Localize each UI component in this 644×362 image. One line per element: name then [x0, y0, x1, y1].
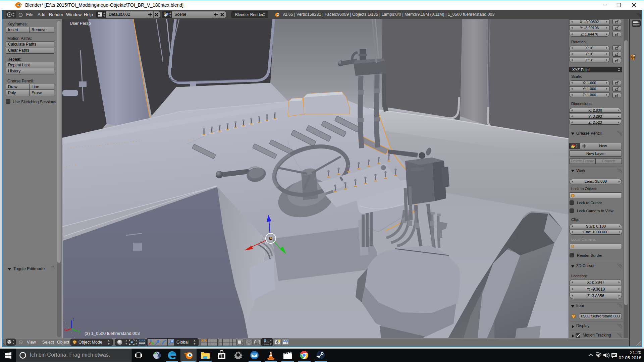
- svg-text:z: z: [72, 317, 74, 321]
- svg-text:(3) 1_0500 fuehrerstand.003: (3) 1_0500 fuehrerstand.003: [85, 331, 140, 336]
- svg-text:x: x: [64, 327, 66, 332]
- svg-text:User Persp: User Persp: [70, 21, 91, 26]
- svg-text:y: y: [78, 329, 80, 334]
